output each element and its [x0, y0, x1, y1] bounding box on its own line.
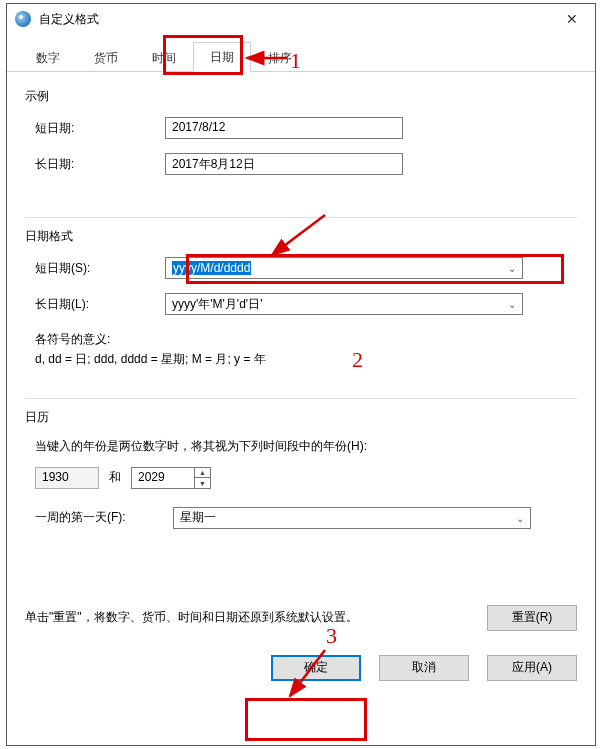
- short-date-format-label: 短日期(S):: [25, 260, 165, 277]
- chevron-up-icon[interactable]: ▲: [195, 468, 210, 479]
- long-date-format-value: yyyy'年'M'月'd'日': [172, 296, 262, 313]
- tab-sorting[interactable]: 排序: [251, 43, 309, 72]
- titlebar: 自定义格式 ✕: [7, 4, 595, 34]
- apply-button[interactable]: 应用(A): [487, 655, 577, 681]
- year-to-field[interactable]: 2029: [131, 467, 195, 489]
- long-date-example-label: 长日期:: [25, 156, 165, 173]
- group-calendar-title: 日历: [25, 409, 577, 426]
- short-date-example-value: 2017/8/12: [165, 117, 403, 139]
- tab-date[interactable]: 日期: [193, 42, 251, 72]
- short-date-format-value: yyyy/M/d/dddd: [172, 261, 251, 275]
- firstday-value: 星期一: [180, 509, 216, 526]
- tab-currency[interactable]: 货币: [77, 43, 135, 72]
- firstday-combo[interactable]: 星期一 ⌄: [173, 507, 531, 529]
- reset-note-row: 单击"重置"，将数字、货币、时间和日期还原到系统默认设置。 重置(R): [7, 565, 595, 645]
- meaning-label: 各符号的意义:: [35, 329, 577, 349]
- window-title: 自定义格式: [39, 11, 99, 28]
- group-example: 示例 短日期: 2017/8/12 长日期: 2017年8月12日: [25, 88, 577, 203]
- year-to-spinner[interactable]: ▲ ▼: [195, 467, 211, 489]
- chevron-down-icon[interactable]: ▼: [195, 478, 210, 488]
- group-calendar: 日历 当键入的年份是两位数字时，将其视为下列时间段中的年份(H): 1930 和…: [25, 398, 577, 557]
- reset-button[interactable]: 重置(R): [487, 605, 577, 631]
- short-date-format-combo[interactable]: yyyy/M/d/dddd ⌄: [165, 257, 523, 279]
- short-date-example-label: 短日期:: [25, 120, 165, 137]
- meaning-block: 各符号的意义: d, dd = 日; ddd, dddd = 星期; M = 月…: [25, 329, 577, 370]
- long-date-format-label: 长日期(L):: [25, 296, 165, 313]
- cancel-button[interactable]: 取消: [379, 655, 469, 681]
- globe-icon: [15, 11, 31, 27]
- chevron-down-icon: ⌄: [508, 263, 516, 274]
- content-area: 示例 短日期: 2017/8/12 长日期: 2017年8月12日 日期格式 短…: [7, 72, 595, 565]
- close-button[interactable]: ✕: [549, 4, 595, 34]
- ok-button[interactable]: 确定: [271, 655, 361, 681]
- and-label: 和: [109, 469, 121, 486]
- reset-note: 单击"重置"，将数字、货币、时间和日期还原到系统默认设置。: [25, 609, 358, 626]
- chevron-down-icon: ⌄: [516, 512, 524, 523]
- dialog-window: 自定义格式 ✕ 数字 货币 时间 日期 排序 示例 短日期: 2017/8/12…: [6, 3, 596, 746]
- tab-time[interactable]: 时间: [135, 43, 193, 72]
- meaning-text: d, dd = 日; ddd, dddd = 星期; M = 月; y = 年: [35, 349, 577, 369]
- dialog-buttons: 确定 取消 应用(A): [7, 645, 595, 695]
- two-digit-year-text: 当键入的年份是两位数字时，将其视为下列时间段中的年份(H):: [25, 438, 577, 455]
- close-icon: ✕: [566, 11, 578, 27]
- long-date-format-combo[interactable]: yyyy'年'M'月'd'日' ⌄: [165, 293, 523, 315]
- year-from-field: 1930: [35, 467, 99, 489]
- chevron-down-icon: ⌄: [508, 299, 516, 310]
- tab-number[interactable]: 数字: [19, 43, 77, 72]
- group-format: 日期格式 短日期(S): yyyy/M/d/dddd ⌄ 长日期(L): yyy…: [25, 217, 577, 384]
- group-example-title: 示例: [25, 88, 577, 105]
- firstday-label: 一周的第一天(F):: [25, 509, 173, 526]
- long-date-example-value: 2017年8月12日: [165, 153, 403, 175]
- year-range-row: 1930 和 2029 ▲ ▼: [25, 467, 577, 489]
- tabstrip: 数字 货币 时间 日期 排序: [7, 44, 595, 72]
- group-format-title: 日期格式: [25, 228, 577, 245]
